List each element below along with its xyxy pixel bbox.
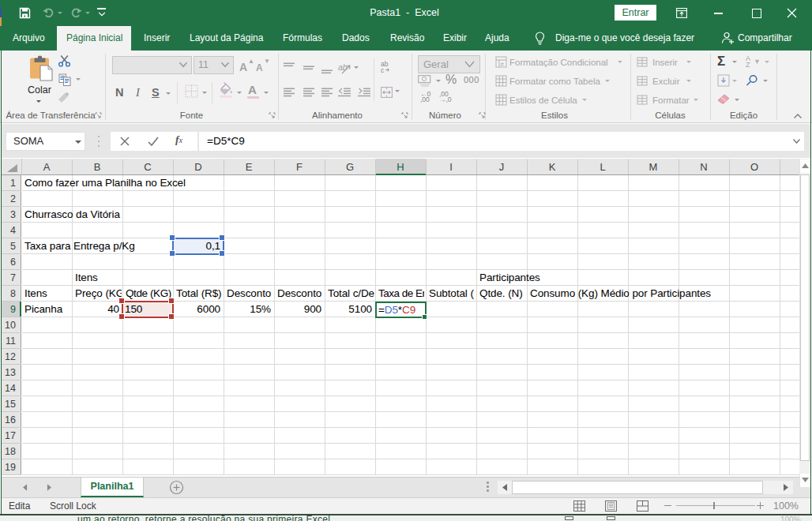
svg-text:≠: ≠: [501, 61, 505, 68]
svg-text:ab: ab: [338, 62, 348, 72]
